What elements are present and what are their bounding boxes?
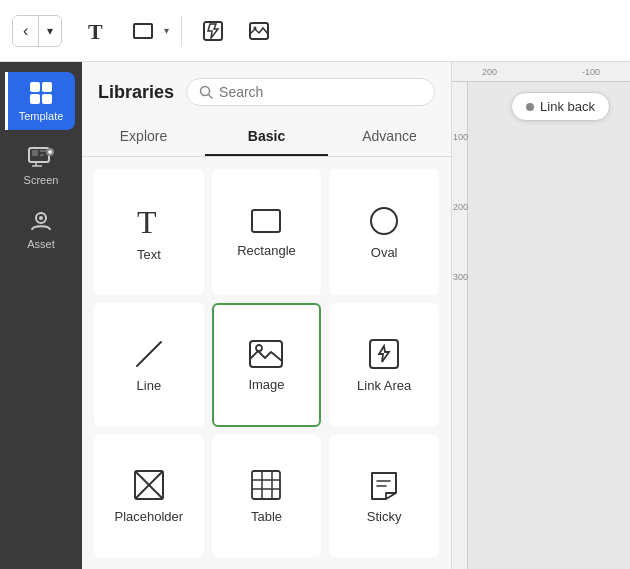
grid-item-image[interactable]: Image (212, 303, 322, 427)
search-input[interactable] (219, 84, 422, 100)
placeholder-icon (133, 469, 165, 501)
svg-rect-5 (30, 82, 40, 92)
template-label: Template (19, 110, 64, 122)
nav-controls: ‹ ▾ (12, 15, 62, 47)
sidebar-item-asset[interactable]: Asset (6, 200, 76, 258)
grid-item-link-area[interactable]: Link Area (329, 303, 439, 427)
grid-item-placeholder[interactable]: Placeholder (94, 435, 204, 557)
svg-text:T: T (88, 19, 103, 43)
grid-item-table-label: Table (251, 509, 282, 524)
svg-rect-12 (40, 154, 44, 156)
grid-item-line[interactable]: Line (94, 303, 204, 427)
svg-line-17 (209, 95, 213, 99)
screen-label: Screen (24, 174, 59, 186)
toolbar-divider-1 (181, 16, 182, 46)
flash-tool-button[interactable] (194, 12, 232, 50)
svg-point-23 (256, 345, 262, 351)
svg-rect-11 (40, 150, 46, 152)
rectangle-icon (124, 12, 162, 50)
tab-advance[interactable]: Advance (328, 118, 451, 156)
image-tool-button[interactable] (240, 12, 278, 50)
grid-item-image-label: Image (248, 377, 284, 392)
back-button[interactable]: ‹ (13, 16, 39, 46)
tab-bar: Explore Basic Advance (82, 118, 451, 157)
tab-explore[interactable]: Explore (82, 118, 205, 156)
svg-point-4 (254, 26, 257, 29)
text-icon: T (78, 12, 116, 50)
svg-rect-6 (42, 82, 52, 92)
asset-icon (28, 208, 54, 234)
link-back-button[interactable]: Link back (511, 92, 610, 121)
svg-rect-24 (370, 340, 398, 368)
grid-item-sticky-label: Sticky (367, 509, 402, 524)
svg-rect-8 (42, 94, 52, 104)
svg-point-15 (39, 216, 43, 220)
rectangle-icon (250, 207, 282, 235)
sidebar-item-template[interactable]: Template (5, 72, 75, 130)
search-icon (199, 85, 213, 99)
screen-icon (28, 144, 54, 170)
grid-item-oval-label: Oval (371, 245, 398, 260)
toolbar: ‹ ▾ T ▾ (0, 0, 630, 62)
grid-item-text-label: Text (137, 247, 161, 262)
ruler-mark-100: 100 (453, 132, 468, 142)
text-icon: T (133, 203, 165, 239)
ruler-mark-200: 200 (482, 67, 497, 77)
svg-rect-10 (32, 150, 38, 156)
svg-rect-7 (30, 94, 40, 104)
items-grid: T Text Rectangle Oval (82, 157, 451, 569)
ruler-mark-neg100: -100 (582, 67, 600, 77)
ruler-left: 100 200 300 (452, 82, 468, 569)
line-icon (133, 338, 165, 370)
ruler-mark-200v: 200 (453, 202, 468, 212)
tab-basic[interactable]: Basic (205, 118, 328, 156)
rect-dropdown-arrow: ▾ (164, 25, 169, 36)
grid-item-text[interactable]: T Text (94, 169, 204, 295)
svg-text:T: T (137, 204, 157, 239)
link-back-label: Link back (540, 99, 595, 114)
libraries-title: Libraries (98, 82, 174, 103)
grid-item-table[interactable]: Table (212, 435, 322, 557)
svg-line-21 (137, 342, 161, 366)
ruler-top: 200 -100 (452, 62, 630, 82)
grid-item-placeholder-label: Placeholder (115, 509, 184, 524)
nav-dropdown-button[interactable]: ▾ (39, 18, 61, 44)
grid-item-rectangle[interactable]: Rectangle (212, 169, 322, 295)
link-dot-icon (526, 103, 534, 111)
sticky-icon (368, 469, 400, 501)
svg-rect-19 (252, 210, 280, 232)
image-icon (248, 339, 284, 369)
svg-point-20 (371, 208, 397, 234)
grid-item-link-area-label: Link Area (357, 378, 411, 393)
libraries-header: Libraries (82, 62, 451, 118)
template-icon (28, 80, 54, 106)
grid-item-rectangle-label: Rectangle (237, 243, 296, 258)
svg-rect-28 (252, 471, 280, 499)
text-tool-button[interactable]: T (78, 12, 116, 50)
ruler-mark-300: 300 (453, 272, 468, 282)
asset-label: Asset (27, 238, 55, 250)
rect-tool-button[interactable]: ▾ (124, 12, 169, 50)
oval-icon (368, 205, 400, 237)
libraries-panel: Libraries Explore Basic Advance T Text (82, 62, 452, 569)
grid-item-line-label: Line (137, 378, 162, 393)
table-icon (250, 469, 282, 501)
sidebar-item-screen[interactable]: Screen (6, 136, 76, 194)
canvas-area: 200 -100 100 200 300 Link back (452, 62, 630, 569)
search-box[interactable] (186, 78, 435, 106)
grid-item-sticky[interactable]: Sticky (329, 435, 439, 557)
link-area-icon (368, 338, 400, 370)
grid-item-oval[interactable]: Oval (329, 169, 439, 295)
svg-rect-1 (134, 24, 152, 38)
left-sidebar: Template Screen Asset (0, 62, 82, 569)
